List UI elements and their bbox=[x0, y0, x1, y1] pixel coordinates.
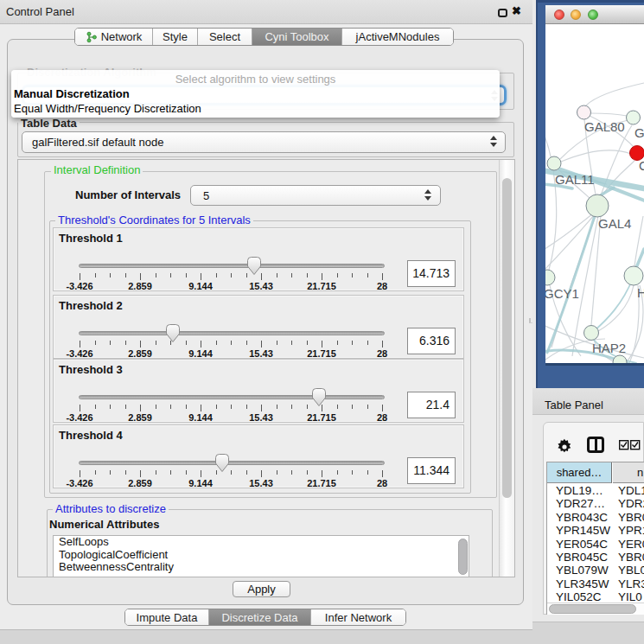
svg-text:HAP2: HAP2 bbox=[592, 341, 626, 355]
svg-text:GAL11: GAL11 bbox=[555, 172, 595, 187]
svg-text:H: H bbox=[637, 285, 644, 300]
svg-text:GAL4: GAL4 bbox=[598, 216, 631, 231]
svg-text:GCY1: GCY1 bbox=[545, 286, 579, 301]
svg-text:GAL80: GAL80 bbox=[584, 119, 625, 134]
svg-text:GA: GA bbox=[634, 125, 644, 140]
svg-text:C: C bbox=[639, 158, 644, 173]
